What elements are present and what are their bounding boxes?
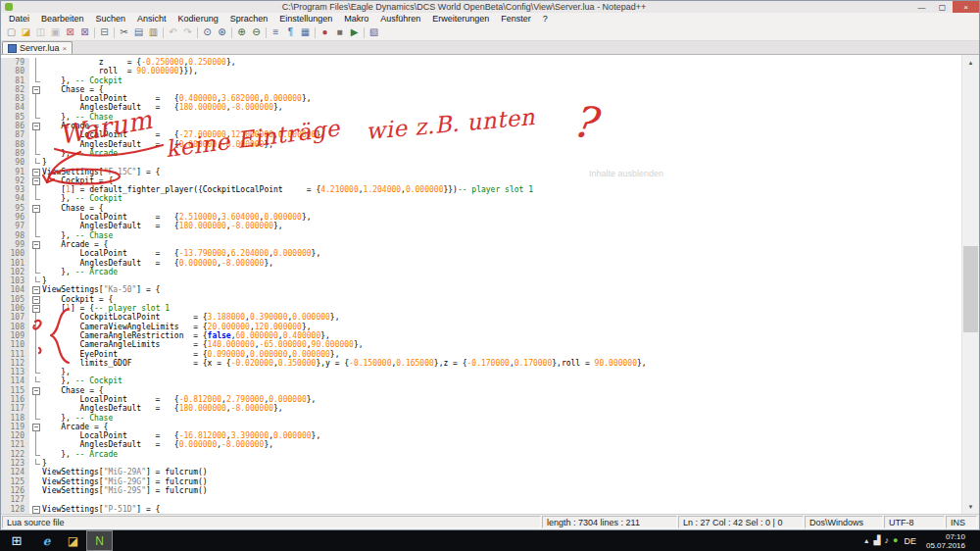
fold-marker-box[interactable] [29,85,42,94]
minimize-button[interactable]: — [911,1,932,13]
stop-macro-icon[interactable]: ■ [332,25,347,39]
menu-item-makro[interactable]: Makro [338,14,374,24]
code-text[interactable]: Chase = { [42,85,104,94]
code-text[interactable]: AnglesDefault = {0.000000,-8.000000}, [42,259,273,268]
fold-marker-box[interactable] [29,122,42,130]
code-text[interactable]: }, -- Chase [42,231,113,240]
menu-item-datei[interactable]: Datei [3,14,35,24]
code-text[interactable]: ViewSettings["MiG-29S"] = fulcrum() [42,486,208,495]
zoom-out-icon[interactable]: ⊖ [249,25,264,39]
code-text[interactable]: Chase = { [42,204,104,213]
tab-server-lua[interactable]: Server.lua × [2,41,73,54]
fold-marker-box[interactable] [29,295,42,304]
close-file-icon[interactable]: ⊠ [63,25,77,39]
play-macro-icon[interactable]: ▶ [347,25,362,39]
code-text[interactable]: }, -- Cockpit [42,376,122,385]
start-button[interactable]: ⊞ [0,530,33,551]
code-text[interactable]: ViewSettings["MiG-29G"] = fulcrum() [42,477,208,486]
copy-icon[interactable]: ▤ [131,25,146,39]
code-text[interactable]: LocalPoint = {-13.790000,6.204000,0.0000… [42,249,320,258]
word-wrap-icon[interactable]: ≡ [269,25,283,39]
save-all-icon[interactable]: ▣ [48,25,63,39]
record-macro-icon[interactable]: ● [318,25,332,39]
close-button[interactable]: × [953,1,979,13]
code-text[interactable]: }, -- Arcade [42,149,118,158]
code-text[interactable]: LocalPoint = {-0.812000,2.790000,0.00000… [42,395,316,404]
code-text[interactable]: [1] = {-- player slot 1 [42,304,170,313]
code-text[interactable]: LocalPoint = {-16.812000,3.390000,0.0000… [42,431,320,440]
code-text[interactable]: Arcade = { [42,240,108,249]
scrollbar-thumb[interactable] [963,246,978,332]
fold-marker-box[interactable] [29,505,42,514]
maximize-button[interactable]: ▢ [932,1,953,13]
code-text[interactable]: z = {-0.250000,0.250000}, [42,58,236,67]
menu-item-kodierung[interactable]: Kodierung [172,14,224,24]
print-icon[interactable]: ⊟ [97,25,112,39]
paste-icon[interactable]: ▥ [146,25,161,39]
code-text[interactable]: AnglesDefault = {180.000000,-8.000000}, [42,404,283,413]
code-text[interactable]: LocalPoint = {-27.000000,12.000000,0.000… [42,130,325,139]
tab-close-icon[interactable]: × [63,44,68,53]
fold-marker-box[interactable] [29,204,42,213]
tray-status-icon[interactable]: ● [893,536,898,545]
code-text[interactable]: } [42,459,47,468]
code-text[interactable]: Cockpit = { [42,176,113,185]
undo-icon[interactable]: ↶ [166,25,180,39]
menu-item-?[interactable]: ? [537,14,554,24]
code-text[interactable]: [1] = default_fighter_player({CockpitLoc… [42,185,533,194]
code-text[interactable]: Arcade = { [42,122,108,130]
code-text[interactable]: EyePoint = {0.090000,0.000000,0.000000}, [42,350,339,359]
open-folder-icon[interactable]: ◪ [19,25,33,39]
save-icon[interactable]: ◫ [33,25,48,39]
status-encoding[interactable]: UTF-8 [884,516,945,528]
taskbar-internet-explorer-icon[interactable]: e [33,530,60,551]
fold-marker-box[interactable] [29,240,42,249]
code-text[interactable]: AnglesDefault = {0.000000,-8.000000}, [42,140,273,149]
code-text[interactable]: limits_6DOF = {x = {-0.020000,0.350000},… [42,359,647,368]
close-all-icon[interactable]: ⊠ [77,25,92,39]
code-text[interactable]: }, -- Cockpit [42,76,122,85]
redo-icon[interactable]: ↷ [180,25,195,39]
code-text[interactable]: ViewSettings["F-15C"] = { [42,168,160,176]
fold-marker-box[interactable] [29,386,42,395]
code-text[interactable]: }, -- Chase [42,113,113,122]
code-text[interactable]: }, -- Arcade [42,268,118,276]
code-text[interactable]: }, [42,368,71,376]
code-text[interactable]: AnglesDefault = {0.000000,-8.000000}, [42,440,273,449]
code-text[interactable]: CockpitLocalPoint = {3.188000,0.390000,0… [42,313,339,322]
code-text[interactable]: }, -- Chase [42,414,113,423]
replace-icon[interactable]: ⊛ [215,25,229,39]
indent-guides-icon[interactable]: ▦ [298,25,313,39]
code-text[interactable]: ViewSettings["P-51D"] = { [42,505,160,514]
code-text[interactable]: ViewSettings["Ka-50"] = { [42,285,160,294]
taskbar-notepadpp-icon[interactable]: N [86,530,113,551]
scroll-up-arrow-icon[interactable]: ▲ [962,55,979,70]
menu-item-bearbeiten[interactable]: Bearbeiten [35,14,90,24]
code-text[interactable]: Cockpit = { [42,295,113,304]
code-text[interactable]: AnglesDefault = {180.000000,-8.000000}, [42,103,283,112]
code-text[interactable]: }, -- Cockpit [42,194,122,203]
code-text[interactable]: LocalPoint = {0.400000,3.682000,0.000000… [42,94,312,103]
code-text[interactable]: CameraAngleRestriction = {false,60.00000… [42,331,330,340]
code-text[interactable]: Arcade = { [42,423,108,431]
code-text[interactable]: ViewSettings["MiG-29A"] = fulcrum() [42,468,208,476]
new-file-icon[interactable]: ▢ [4,25,19,39]
fold-marker-box[interactable] [29,176,42,185]
tray-clock[interactable]: 07:10 05.07.2016 [922,532,969,550]
code-text[interactable]: } [42,158,47,167]
code-text[interactable]: AnglesDefault = {180.000000,-8.000000}, [42,222,283,230]
fold-marker-box[interactable] [29,168,42,176]
code-text[interactable]: CameraViewAngleLimits = {20.000000,120.0… [42,323,312,331]
code-text[interactable]: LocalPoint = {2.510000,3.604000,0.000000… [42,213,312,222]
find-icon[interactable]: ⊙ [200,25,215,39]
code-area[interactable]: 79 z = {-0.250000,0.250000},80 roll = 90… [1,55,979,514]
menu-item-fenster[interactable]: Fenster [495,14,537,24]
code-text[interactable]: } [42,276,47,285]
status-eol-format[interactable]: Dos\Windows [805,516,883,528]
function-list-icon[interactable]: ▧ [367,25,381,39]
menu-item-erweiterungen[interactable]: Erweiterungen [426,14,495,24]
code-text[interactable]: }, -- Arcade [42,450,118,459]
menu-item-einstellungen[interactable]: Einstellungen [273,14,338,24]
taskbar-file-explorer-icon[interactable]: ◪ [60,530,86,551]
menu-item-ausfhren[interactable]: Ausführen [374,14,426,24]
